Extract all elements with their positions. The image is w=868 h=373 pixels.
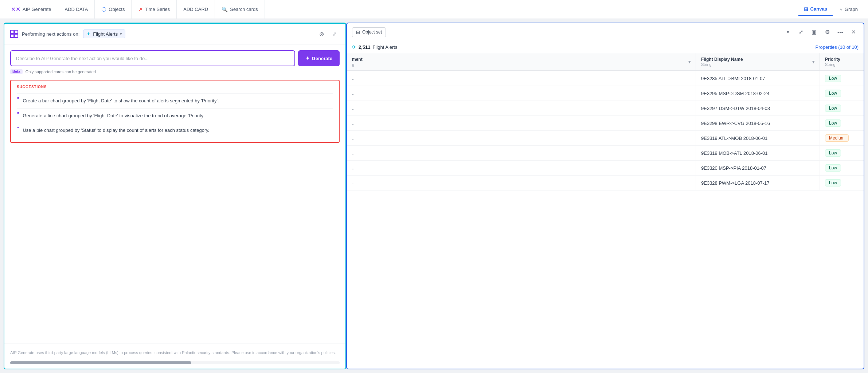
monitor-icon[interactable]: ▣ bbox=[809, 27, 819, 37]
td-flight-name: 9E3285 ATL->BMI 2018-01-07 bbox=[696, 71, 820, 86]
tab-canvas-label: Canvas bbox=[810, 6, 827, 12]
td-priority: Low bbox=[820, 101, 864, 115]
table-row[interactable]: ...9E3328 PWM->LGA 2018-07-17Low bbox=[347, 176, 864, 191]
table-row[interactable]: ...9E3320 MSP->PIA 2018-01-07Low bbox=[347, 161, 864, 176]
priority-badge: Low bbox=[825, 119, 841, 127]
header-actions: ⊗ ⤢ bbox=[316, 29, 340, 39]
generate-label: Generate bbox=[312, 56, 332, 61]
object-set-icon: ⊞ bbox=[356, 30, 360, 35]
suggestion-item-3[interactable]: " Use a pie chart grouped by 'Status' to… bbox=[17, 123, 333, 138]
performing-text: Performing next actions on: bbox=[22, 31, 79, 37]
nav-right: ⊞ Canvas ⑂ Graph bbox=[798, 3, 864, 16]
nav-aip-generate-label: AIP Generate bbox=[23, 7, 51, 12]
priority-badge: Low bbox=[825, 75, 841, 82]
th-flight-display: Flight Display Name String ▾ bbox=[696, 53, 820, 70]
th-flight-display-sub: String bbox=[701, 62, 743, 67]
suggestions-box: SUGGESTIONS " Create a bar chart grouped… bbox=[10, 80, 340, 143]
tab-canvas[interactable]: ⊞ Canvas bbox=[798, 3, 833, 16]
suggestion-item-1[interactable]: " Create a bar chart grouped by 'Flight … bbox=[17, 93, 333, 108]
td-priority: Low bbox=[820, 161, 864, 175]
td-priority: Low bbox=[820, 176, 864, 190]
more-options-icon[interactable]: ••• bbox=[835, 27, 845, 37]
nav-item-add-card[interactable]: ADD CARD bbox=[177, 0, 215, 19]
aip-generate-icon: ✕✕ bbox=[11, 6, 20, 13]
td-col1: ... bbox=[347, 161, 696, 175]
td-col1: ... bbox=[347, 131, 696, 145]
right-panel-header: ⊞ Object set ✦ ⤢ ▣ ⚙ ••• ✕ bbox=[347, 23, 864, 41]
nav-objects-label: Objects bbox=[109, 7, 125, 12]
sparkle-icon[interactable]: ✦ bbox=[783, 27, 793, 37]
td-flight-name: 9E3328 PWM->LGA 2018-07-17 bbox=[696, 176, 820, 190]
nav-item-time-series[interactable]: ↗ Time Series bbox=[132, 0, 177, 19]
canvas-icon: ⊞ bbox=[804, 6, 808, 12]
aip-text-input[interactable] bbox=[10, 50, 295, 66]
nav-item-objects[interactable]: ⬡ Objects bbox=[95, 0, 132, 19]
object-set-button[interactable]: ⊞ Object set bbox=[352, 27, 386, 37]
td-col1: ... bbox=[347, 86, 696, 101]
expand-icon[interactable]: ⤢ bbox=[329, 29, 340, 39]
search-icon: 🔍 bbox=[222, 7, 228, 12]
flight-count-number: 2,511 bbox=[359, 44, 371, 50]
th-priority: Priority String bbox=[820, 53, 864, 70]
settings-icon[interactable]: ⚙ bbox=[822, 27, 832, 37]
beta-notice-text: Only supported cards can be generated bbox=[26, 70, 96, 74]
objects-icon: ⬡ bbox=[101, 6, 106, 13]
generate-button[interactable]: ✦ Generate bbox=[298, 50, 340, 66]
flight-count: ✈ 2,511 Flight Alerts bbox=[352, 44, 397, 50]
tab-graph[interactable]: ⑂ Graph bbox=[834, 3, 864, 16]
quote-icon-1: " bbox=[17, 97, 19, 103]
td-flight-name: 9E3297 DSM->DTW 2018-04-03 bbox=[696, 101, 820, 115]
th-col1-label: ment bbox=[352, 57, 363, 62]
data-table: ment g ▾ Flight Display Name String ▾ Pr… bbox=[347, 53, 864, 369]
fullscreen-icon[interactable]: ⤢ bbox=[796, 27, 806, 37]
svg-rect-1 bbox=[15, 30, 18, 34]
table-row[interactable]: ...9E3319 ATL->MOB 2018-06-01Medium bbox=[347, 131, 864, 146]
td-priority: Low bbox=[820, 146, 864, 160]
chip-label: Flight Alerts bbox=[93, 31, 118, 37]
properties-link[interactable]: Properties (10 of 10) bbox=[815, 44, 859, 50]
aip-generate-panel: Performing next actions on: ✈ Flight Ale… bbox=[4, 23, 346, 369]
table-row[interactable]: ...9E3319 MOB->ATL 2018-06-01Low bbox=[347, 146, 864, 161]
flight-alerts-name: Flight Alerts bbox=[373, 44, 398, 50]
aip-logo-icon bbox=[10, 30, 18, 38]
nav-item-search-cards[interactable]: 🔍 Search cards bbox=[215, 0, 265, 19]
horizontal-scrollbar[interactable] bbox=[10, 361, 340, 364]
priority-badge: Low bbox=[825, 149, 841, 157]
td-col1: ... bbox=[347, 116, 696, 130]
time-series-icon: ↗ bbox=[138, 7, 142, 12]
td-col1: ... bbox=[347, 71, 696, 86]
aip-logo bbox=[10, 30, 18, 38]
col1-sort-icon[interactable]: ▾ bbox=[688, 59, 691, 64]
nav-item-aip-generate[interactable]: ✕✕ AIP Generate bbox=[4, 0, 58, 19]
close-icon[interactable]: ✕ bbox=[848, 27, 859, 37]
table-row[interactable]: ...9E3298 EWR->CVG 2018-05-16Low bbox=[347, 116, 864, 131]
th-priority-label: Priority bbox=[825, 57, 840, 62]
table-row[interactable]: ...9E3297 DSM->DTW 2018-04-03Low bbox=[347, 101, 864, 116]
scrollbar-thumb[interactable] bbox=[10, 361, 191, 364]
table-row[interactable]: ...9E3295 MSP->DSM 2018-02-24Low bbox=[347, 86, 864, 101]
flight-alerts-chip[interactable]: ✈ Flight Alerts ▾ bbox=[83, 30, 125, 38]
quote-icon-2: " bbox=[17, 111, 19, 118]
table-header-row: ment g ▾ Flight Display Name String ▾ Pr… bbox=[347, 53, 864, 71]
td-col1: ... bbox=[347, 146, 696, 160]
priority-badge: Low bbox=[825, 105, 841, 112]
nav-time-series-label: Time Series bbox=[145, 7, 170, 12]
sparkles-icon: ✦ bbox=[305, 55, 310, 61]
flight-display-sort-icon[interactable]: ▾ bbox=[812, 59, 814, 64]
top-navigation: ✕✕ AIP Generate ADD DATA ⬡ Objects ↗ Tim… bbox=[0, 0, 868, 19]
th-priority-sub: String bbox=[825, 62, 840, 67]
td-col1: ... bbox=[347, 176, 696, 190]
header-icons: ✦ ⤢ ▣ ⚙ ••• ✕ bbox=[783, 27, 859, 37]
priority-badge: Low bbox=[825, 179, 841, 186]
svg-rect-2 bbox=[11, 34, 14, 38]
close-circle-icon[interactable]: ⊗ bbox=[316, 29, 327, 39]
nav-item-add-data[interactable]: ADD DATA bbox=[58, 0, 95, 19]
td-col1: ... bbox=[347, 101, 696, 115]
table-row[interactable]: ...9E3285 ATL->BMI 2018-01-07Low bbox=[347, 71, 864, 86]
td-flight-name: 9E3319 ATL->MOB 2018-06-01 bbox=[696, 131, 820, 145]
suggestion-item-2[interactable]: " Generate a line chart grouped by 'Flig… bbox=[17, 108, 333, 123]
td-priority: Low bbox=[820, 116, 864, 130]
plane-icon: ✈ bbox=[352, 44, 356, 50]
priority-badge: Low bbox=[825, 90, 841, 97]
aip-footer: AIP Generate uses third-party large lang… bbox=[4, 343, 345, 362]
